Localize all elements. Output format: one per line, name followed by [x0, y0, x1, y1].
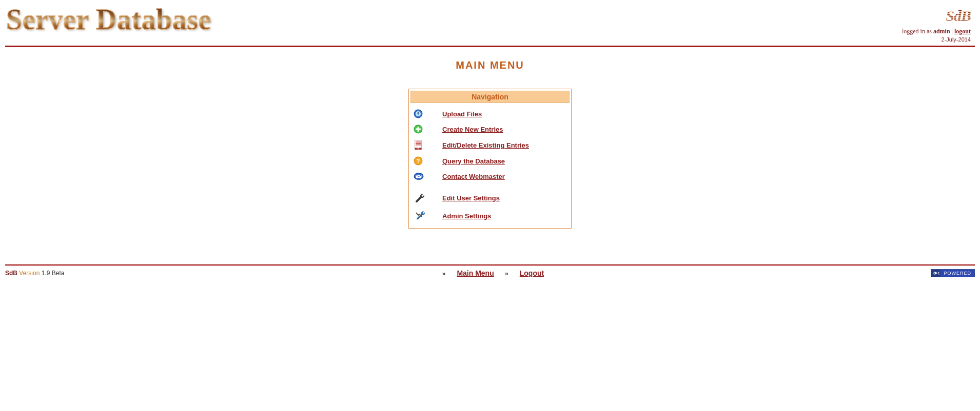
nav-item-usersettings: Edit User Settings — [410, 189, 570, 207]
nav-item-adminsettings: Admin Settings — [410, 207, 570, 225]
bullet-icon: » — [442, 270, 446, 277]
nav-link-usersettings[interactable]: Edit User Settings — [442, 194, 500, 202]
upload-icon — [414, 109, 442, 118]
wrench-icon — [414, 192, 442, 203]
logged-in-line: logged in as admin | logout — [902, 28, 971, 35]
question-icon: ? — [414, 156, 442, 166]
page-title: MAIN MENU — [0, 59, 980, 71]
tools-icon — [414, 210, 442, 222]
nav-link-adminsettings[interactable]: Admin Settings — [442, 212, 491, 220]
svg-text:SQL: SQL — [417, 148, 420, 150]
footer-main-menu-link[interactable]: Main Menu — [457, 269, 494, 277]
separator: | — [950, 28, 954, 35]
nav-link-editdelete[interactable]: Edit/Delete Existing Entries — [442, 141, 529, 149]
app-title-logo: Server Database — [4, 5, 211, 34]
nav-item-editdelete: SQL Edit/Delete Existing Entries — [410, 137, 570, 153]
bullet-icon: » — [505, 270, 508, 277]
navigation-panel: Navigation Upload Files Create New Entri… — [408, 89, 572, 229]
svg-rect-9 — [416, 143, 421, 144]
svg-rect-10 — [416, 145, 421, 146]
svg-rect-6 — [416, 129, 421, 130]
powered-label: POWERED — [940, 270, 974, 277]
header-divider — [5, 46, 975, 47]
svg-text:?: ? — [417, 158, 420, 164]
nav-link-query[interactable]: Query the Database — [442, 157, 505, 165]
footer-divider — [5, 264, 975, 266]
footer-version: SdB Version 1.9 Beta — [5, 270, 64, 277]
powered-badge[interactable]: POWERED — [931, 269, 975, 277]
nav-item-contact: Contact Webmaster — [410, 169, 570, 184]
date-text: 2-July-2014 — [942, 36, 971, 43]
logged-in-user: admin — [933, 28, 950, 35]
logout-link-header[interactable]: logout — [954, 28, 971, 35]
svg-rect-8 — [416, 141, 421, 142]
mini-logo: SdB — [946, 8, 971, 24]
footer: SdB Version 1.9 Beta »Main Menu »Logout … — [0, 264, 980, 277]
nav-link-upload[interactable]: Upload Files — [442, 110, 482, 118]
php-infinity-icon — [931, 270, 940, 277]
logged-in-prefix: logged in as — [902, 28, 933, 35]
nav-link-contact[interactable]: Contact Webmaster — [442, 173, 505, 180]
navigation-list: Upload Files Create New Entries SQL Edit… — [410, 106, 570, 225]
footer-right: POWERED — [931, 269, 975, 277]
header-bar: Server Database SdB logged in as admin |… — [0, 0, 980, 45]
footer-sdb-label: SdB — [5, 270, 17, 277]
mail-icon — [414, 172, 442, 180]
footer-version-number: 1.9 Beta — [42, 270, 65, 277]
nav-link-create[interactable]: Create New Entries — [442, 126, 503, 133]
footer-links: »Main Menu »Logout — [64, 269, 931, 277]
nav-item-query: ? Query the Database — [410, 153, 570, 169]
database-file-icon: SQL — [414, 140, 442, 150]
footer-logout-link[interactable]: Logout — [520, 269, 544, 277]
footer-version-word: Version — [19, 270, 40, 277]
svg-rect-7 — [415, 140, 421, 148]
add-icon — [414, 125, 442, 134]
nav-item-upload: Upload Files — [410, 106, 570, 121]
navigation-header: Navigation — [410, 91, 570, 103]
nav-item-create: Create New Entries — [410, 121, 570, 137]
header-right: SdB logged in as admin | logout 2-July-2… — [902, 5, 976, 43]
